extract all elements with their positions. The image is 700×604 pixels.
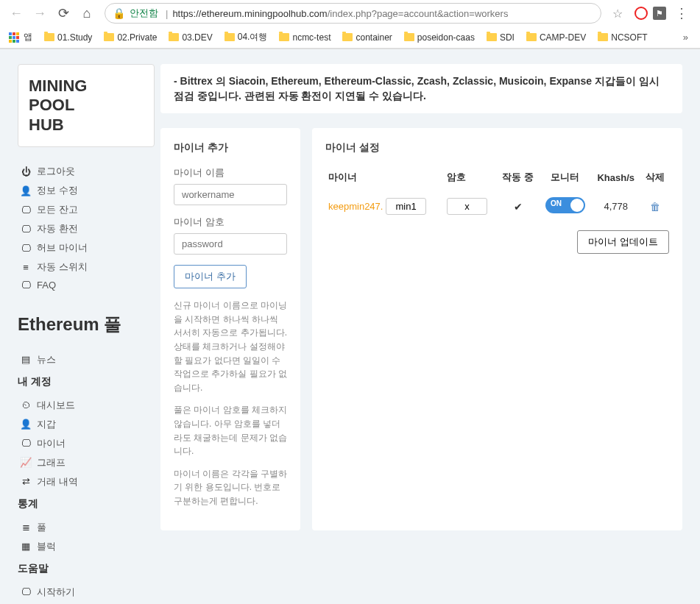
- bookmark-folder[interactable]: ncmc-test: [276, 31, 333, 44]
- nav-news[interactable]: ▤뉴스: [18, 350, 155, 369]
- nav-edit-profile[interactable]: 👤정보 수정: [18, 181, 155, 200]
- bookmark-folder[interactable]: poseidon-caas: [401, 31, 478, 44]
- nav-all-balances[interactable]: 🖵모든 잔고: [18, 200, 155, 219]
- bookmark-folder[interactable]: SDI: [484, 31, 517, 44]
- folder-icon: [598, 33, 608, 41]
- monitor-icon: 🖵: [21, 224, 31, 235]
- col-khash: Khash/s: [591, 166, 640, 193]
- url-bar[interactable]: 🔒 안전함 | https://ethereum.miningpoolhub.c…: [105, 3, 601, 24]
- logo[interactable]: MINING POOL HUB: [18, 64, 155, 147]
- user-icon: 👤: [21, 419, 31, 430]
- miner-name-label: 마이너 이름: [174, 166, 287, 180]
- worker-name-input[interactable]: [386, 198, 426, 215]
- folder-icon: [169, 33, 179, 41]
- forward-button[interactable]: →: [29, 3, 50, 24]
- browser-toolbar: ← → ⟳ ⌂ 🔒 안전함 | https://ethereum.miningp…: [0, 0, 700, 26]
- monitor-icon: 🖵: [21, 243, 31, 254]
- col-monitor: 모니터: [540, 166, 592, 193]
- opera-icon[interactable]: [632, 4, 650, 22]
- worker-password-input[interactable]: [447, 198, 487, 215]
- nav-pool-stats[interactable]: ≣풀: [18, 518, 155, 537]
- pool-heading: Ethereum 풀: [18, 314, 155, 335]
- folder-icon: [279, 33, 289, 41]
- miner-table: 마이너 암호 작동 중 모니터 Khash/s 삭제 keepmin247.: [325, 166, 669, 220]
- bookmark-folder[interactable]: 02.Private: [101, 31, 160, 44]
- bars-icon: ≣: [21, 522, 31, 533]
- bookmark-overflow-icon[interactable]: »: [683, 32, 694, 43]
- miner-password-label: 마이너 암호: [174, 216, 287, 229]
- nav-graph[interactable]: 📈그래프: [18, 453, 155, 472]
- khash-cell: 4,778: [591, 193, 640, 220]
- bookmark-folder[interactable]: 03.DEV: [166, 31, 215, 44]
- nav-auto-exchange[interactable]: 🖵자동 환전: [18, 219, 155, 238]
- folder-icon: [104, 33, 114, 41]
- add-miner-title: 마이너 추가: [174, 141, 287, 154]
- miner-name-input[interactable]: [174, 184, 287, 205]
- active-cell: ✔: [497, 193, 540, 220]
- nav-transactions[interactable]: ⇄거래 내역: [18, 472, 155, 491]
- grid-icon: ▦: [21, 541, 31, 552]
- menu-icon[interactable]: ⋮: [669, 5, 694, 21]
- reload-button[interactable]: ⟳: [53, 3, 74, 24]
- bookmark-folder[interactable]: NCSOFT: [595, 31, 650, 44]
- bookmark-folder[interactable]: 01.Study: [41, 31, 95, 44]
- miner-settings-panel: 마이너 설정 마이너 암호 작동 중 모니터 Khash/s 삭제: [312, 128, 682, 530]
- apps-shortcut[interactable]: 앱: [6, 29, 35, 45]
- check-icon: ✔: [514, 201, 523, 213]
- bookmarks-bar: 앱 01.Study 02.Private 03.DEV 04.여행 ncmc-…: [0, 26, 700, 49]
- trash-icon[interactable]: 🗑: [650, 201, 660, 213]
- folder-icon: [526, 33, 537, 41]
- account-heading: 내 계정: [18, 375, 155, 388]
- nav-auto-switch[interactable]: ≡자동 스위치: [18, 257, 155, 277]
- folder-icon: [342, 33, 353, 41]
- main-content: - Bittrex 의 Siacoin, Ethereum, Ethereum-…: [155, 49, 700, 604]
- col-miner: 마이너: [325, 166, 444, 193]
- url-host: https://ethereum.miningpoolhub.com: [172, 8, 327, 19]
- bookmark-folder[interactable]: CAMP-DEV: [523, 31, 589, 44]
- miner-settings-title: 마이너 설정: [325, 141, 669, 154]
- user-icon: 👤: [21, 185, 31, 196]
- monitor-icon: 🖵: [21, 205, 31, 216]
- chart-icon: 📈: [21, 457, 31, 468]
- monitor-toggle[interactable]: ON: [545, 197, 585, 213]
- stats-heading: 통계: [18, 497, 155, 511]
- miner-password-input[interactable]: [174, 233, 287, 255]
- url-path: /index.php?page=account&action=workers: [328, 8, 509, 19]
- location-icon[interactable]: ⚑: [653, 7, 666, 20]
- nav-main: ⏻로그아웃 👤정보 수정 🖵모든 잔고 🖵자동 환전 🖵허브 마이너 ≡자동 스…: [18, 162, 155, 294]
- nav-faq[interactable]: 🖵FAQ: [18, 277, 155, 294]
- bookmark-star-icon[interactable]: ☆: [609, 4, 626, 22]
- bookmark-folder[interactable]: container: [339, 31, 395, 44]
- col-delete: 삭제: [640, 166, 669, 193]
- exchange-icon: ⇄: [21, 476, 31, 487]
- nav-logout[interactable]: ⏻로그아웃: [18, 162, 155, 181]
- password-cell: [444, 193, 497, 220]
- nav-wallet[interactable]: 👤지갑: [18, 415, 155, 434]
- power-icon: ⏻: [21, 166, 31, 177]
- help-heading: 도움말: [18, 562, 155, 575]
- list-icon: ≡: [21, 262, 31, 273]
- worker-user[interactable]: keepmin247.: [328, 201, 383, 212]
- col-active: 작동 중: [497, 166, 540, 193]
- table-row: keepmin247. ✔ ON 4,778 🗑: [325, 193, 669, 220]
- nav-miner[interactable]: 🖵마이너: [18, 434, 155, 453]
- nav-getting-started[interactable]: 🖵시작하기: [18, 583, 155, 602]
- delete-cell: 🗑: [640, 193, 669, 220]
- gauge-icon: ⏲: [21, 399, 31, 411]
- nav-hub-miner[interactable]: 🖵허브 마이너: [18, 238, 155, 257]
- folder-icon: [44, 33, 54, 41]
- monitor-icon: 🖵: [21, 438, 31, 449]
- alert-notice: - Bittrex 의 Siacoin, Ethereum, Ethereum-…: [160, 64, 682, 113]
- bookmark-folder[interactable]: 04.여행: [222, 29, 271, 45]
- nav-blocks[interactable]: ▦블럭: [18, 537, 155, 556]
- update-miner-button[interactable]: 마이너 업데이트: [577, 230, 669, 254]
- nav-dashboard[interactable]: ⏲대시보드: [18, 396, 155, 415]
- monitor-cell: ON: [540, 193, 592, 220]
- back-button[interactable]: ←: [6, 3, 26, 24]
- folder-icon: [487, 33, 497, 41]
- add-miner-button[interactable]: 마이너 추가: [174, 265, 247, 288]
- col-password: 암호: [444, 166, 497, 193]
- home-button[interactable]: ⌂: [77, 3, 97, 24]
- apps-icon: [9, 32, 19, 43]
- secure-label: 안전함: [130, 7, 158, 20]
